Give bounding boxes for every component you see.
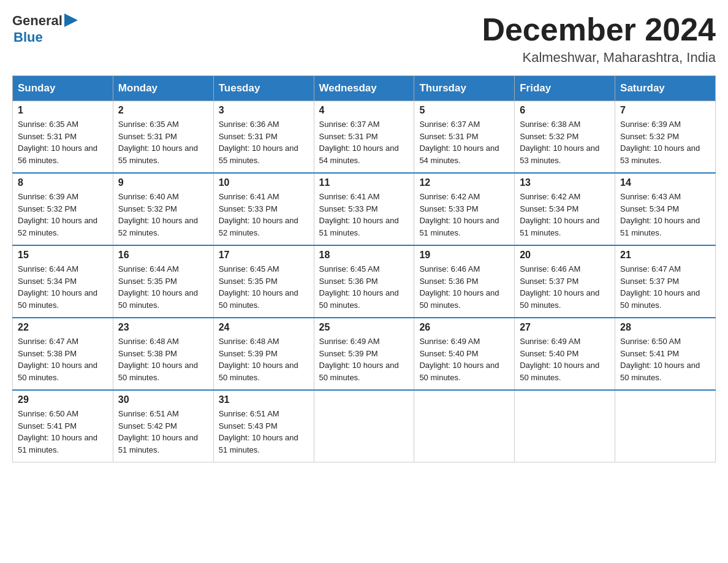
day-info: Sunrise: 6:41 AMSunset: 5:33 PMDaylight:…: [219, 191, 309, 239]
day-info: Sunrise: 6:43 AMSunset: 5:34 PMDaylight:…: [620, 191, 710, 239]
calendar-day-cell: 2Sunrise: 6:35 AMSunset: 5:31 PMDaylight…: [113, 101, 213, 174]
day-number: 6: [520, 105, 610, 116]
day-number: 2: [118, 105, 208, 116]
calendar-day-cell: 12Sunrise: 6:42 AMSunset: 5:33 PMDayligh…: [414, 173, 515, 245]
calendar-day-cell: 11Sunrise: 6:41 AMSunset: 5:33 PMDayligh…: [314, 173, 414, 245]
day-number: 5: [419, 105, 509, 116]
day-number: 4: [319, 105, 409, 116]
calendar-day-cell: 26Sunrise: 6:49 AMSunset: 5:40 PMDayligh…: [414, 318, 515, 390]
col-sunday: Sunday: [13, 76, 113, 101]
col-saturday: Saturday: [615, 76, 716, 101]
day-info: Sunrise: 6:44 AMSunset: 5:34 PMDaylight:…: [18, 263, 108, 311]
day-number: 20: [520, 250, 610, 261]
calendar-day-cell: 22Sunrise: 6:47 AMSunset: 5:38 PMDayligh…: [13, 318, 113, 390]
day-info: Sunrise: 6:51 AMSunset: 5:43 PMDaylight:…: [219, 408, 309, 456]
day-number: 10: [219, 177, 309, 188]
day-number: 22: [18, 322, 108, 333]
day-info: Sunrise: 6:49 AMSunset: 5:39 PMDaylight:…: [319, 335, 409, 383]
calendar-day-cell: 14Sunrise: 6:43 AMSunset: 5:34 PMDayligh…: [615, 173, 716, 245]
calendar-day-cell: [414, 390, 515, 462]
calendar-day-cell: 18Sunrise: 6:45 AMSunset: 5:36 PMDayligh…: [314, 245, 414, 318]
calendar-week-row: 22Sunrise: 6:47 AMSunset: 5:38 PMDayligh…: [13, 318, 716, 390]
day-info: Sunrise: 6:42 AMSunset: 5:33 PMDaylight:…: [419, 191, 509, 239]
day-info: Sunrise: 6:47 AMSunset: 5:37 PMDaylight:…: [620, 263, 710, 311]
calendar-day-cell: 5Sunrise: 6:37 AMSunset: 5:31 PMDaylight…: [414, 101, 515, 174]
calendar-day-cell: 20Sunrise: 6:46 AMSunset: 5:37 PMDayligh…: [515, 245, 615, 318]
day-number: 30: [118, 394, 208, 405]
day-number: 1: [18, 105, 108, 116]
day-info: Sunrise: 6:48 AMSunset: 5:38 PMDaylight:…: [118, 335, 208, 383]
day-number: 31: [219, 394, 309, 405]
calendar-day-cell: [314, 390, 414, 462]
day-number: 9: [118, 177, 208, 188]
day-number: 29: [18, 394, 108, 405]
day-info: Sunrise: 6:50 AMSunset: 5:41 PMDaylight:…: [620, 335, 710, 383]
day-info: Sunrise: 6:37 AMSunset: 5:31 PMDaylight:…: [419, 118, 509, 166]
day-info: Sunrise: 6:49 AMSunset: 5:40 PMDaylight:…: [520, 335, 610, 383]
day-number: 7: [620, 105, 710, 116]
calendar-day-cell: 10Sunrise: 6:41 AMSunset: 5:33 PMDayligh…: [213, 173, 314, 245]
calendar-day-cell: 9Sunrise: 6:40 AMSunset: 5:32 PMDaylight…: [113, 173, 213, 245]
svg-marker-0: [64, 13, 78, 27]
calendar-week-row: 29Sunrise: 6:50 AMSunset: 5:41 PMDayligh…: [13, 390, 716, 462]
logo: General Blue: [12, 12, 78, 45]
col-friday: Friday: [515, 76, 615, 101]
day-number: 23: [118, 322, 208, 333]
day-info: Sunrise: 6:51 AMSunset: 5:42 PMDaylight:…: [118, 408, 208, 456]
calendar-day-cell: [515, 390, 615, 462]
calendar-day-cell: 23Sunrise: 6:48 AMSunset: 5:38 PMDayligh…: [113, 318, 213, 390]
day-number: 3: [219, 105, 309, 116]
day-number: 25: [319, 322, 409, 333]
day-info: Sunrise: 6:46 AMSunset: 5:37 PMDaylight:…: [520, 263, 610, 311]
calendar-week-row: 15Sunrise: 6:44 AMSunset: 5:34 PMDayligh…: [13, 245, 716, 318]
day-info: Sunrise: 6:37 AMSunset: 5:31 PMDaylight:…: [319, 118, 409, 166]
calendar-day-cell: 1Sunrise: 6:35 AMSunset: 5:31 PMDaylight…: [13, 101, 113, 174]
day-number: 17: [219, 250, 309, 261]
day-info: Sunrise: 6:45 AMSunset: 5:35 PMDaylight:…: [219, 263, 309, 311]
calendar-day-cell: 15Sunrise: 6:44 AMSunset: 5:34 PMDayligh…: [13, 245, 113, 318]
logo-blue-text: Blue: [13, 29, 78, 45]
calendar-day-cell: 16Sunrise: 6:44 AMSunset: 5:35 PMDayligh…: [113, 245, 213, 318]
calendar-day-cell: 29Sunrise: 6:50 AMSunset: 5:41 PMDayligh…: [13, 390, 113, 462]
calendar-day-cell: 3Sunrise: 6:36 AMSunset: 5:31 PMDaylight…: [213, 101, 314, 174]
month-title: December 2024: [482, 12, 716, 47]
calendar-day-cell: 24Sunrise: 6:48 AMSunset: 5:39 PMDayligh…: [213, 318, 314, 390]
calendar-day-cell: 21Sunrise: 6:47 AMSunset: 5:37 PMDayligh…: [615, 245, 716, 318]
day-info: Sunrise: 6:39 AMSunset: 5:32 PMDaylight:…: [18, 191, 108, 239]
day-info: Sunrise: 6:48 AMSunset: 5:39 PMDaylight:…: [219, 335, 309, 383]
calendar-header-row: Sunday Monday Tuesday Wednesday Thursday…: [13, 76, 716, 101]
day-info: Sunrise: 6:36 AMSunset: 5:31 PMDaylight:…: [219, 118, 309, 166]
day-number: 13: [520, 177, 610, 188]
calendar-day-cell: [615, 390, 716, 462]
col-thursday: Thursday: [414, 76, 515, 101]
day-info: Sunrise: 6:41 AMSunset: 5:33 PMDaylight:…: [319, 191, 409, 239]
calendar-week-row: 1Sunrise: 6:35 AMSunset: 5:31 PMDaylight…: [13, 101, 716, 174]
day-number: 27: [520, 322, 610, 333]
day-number: 8: [18, 177, 108, 188]
day-info: Sunrise: 6:40 AMSunset: 5:32 PMDaylight:…: [118, 191, 208, 239]
calendar-day-cell: 8Sunrise: 6:39 AMSunset: 5:32 PMDaylight…: [13, 173, 113, 245]
col-tuesday: Tuesday: [213, 76, 314, 101]
day-info: Sunrise: 6:35 AMSunset: 5:31 PMDaylight:…: [118, 118, 208, 166]
calendar-day-cell: 28Sunrise: 6:50 AMSunset: 5:41 PMDayligh…: [615, 318, 716, 390]
day-info: Sunrise: 6:44 AMSunset: 5:35 PMDaylight:…: [118, 263, 208, 311]
day-info: Sunrise: 6:45 AMSunset: 5:36 PMDaylight:…: [319, 263, 409, 311]
day-number: 21: [620, 250, 710, 261]
page-header: General Blue December 2024 Kalmeshwar, M…: [12, 12, 716, 66]
day-number: 14: [620, 177, 710, 188]
day-number: 15: [18, 250, 108, 261]
location-subtitle: Kalmeshwar, Maharashtra, India: [482, 50, 716, 66]
day-info: Sunrise: 6:50 AMSunset: 5:41 PMDaylight:…: [18, 408, 108, 456]
day-number: 11: [319, 177, 409, 188]
calendar-day-cell: 27Sunrise: 6:49 AMSunset: 5:40 PMDayligh…: [515, 318, 615, 390]
day-number: 19: [419, 250, 509, 261]
calendar-day-cell: 4Sunrise: 6:37 AMSunset: 5:31 PMDaylight…: [314, 101, 414, 174]
calendar-week-row: 8Sunrise: 6:39 AMSunset: 5:32 PMDaylight…: [13, 173, 716, 245]
calendar-day-cell: 19Sunrise: 6:46 AMSunset: 5:36 PMDayligh…: [414, 245, 515, 318]
logo-general-text: General: [12, 13, 63, 29]
calendar-day-cell: 7Sunrise: 6:39 AMSunset: 5:32 PMDaylight…: [615, 101, 716, 174]
day-info: Sunrise: 6:35 AMSunset: 5:31 PMDaylight:…: [18, 118, 108, 166]
day-info: Sunrise: 6:38 AMSunset: 5:32 PMDaylight:…: [520, 118, 610, 166]
calendar-day-cell: 6Sunrise: 6:38 AMSunset: 5:32 PMDaylight…: [515, 101, 615, 174]
day-number: 18: [319, 250, 409, 261]
